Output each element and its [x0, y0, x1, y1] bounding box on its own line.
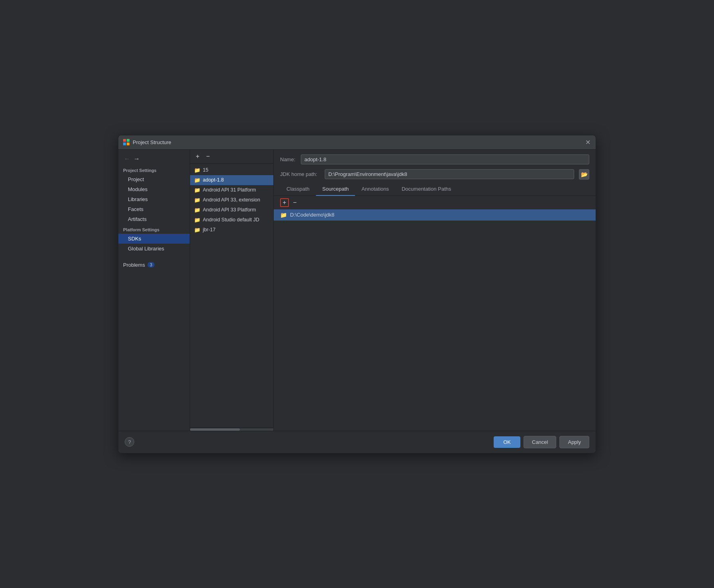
jdk-row: JDK home path: 📂 — [274, 168, 596, 183]
sdk-scrollbar-container — [190, 428, 273, 431]
path-list: 📁 D:\Code\demo\jdk8 — [274, 209, 596, 431]
project-structure-dialog: Project Structure ✕ ← → Project Settings… — [118, 135, 596, 453]
sidebar-item-global-libraries[interactable]: Global Libraries — [118, 244, 190, 254]
jdk-input[interactable] — [325, 169, 574, 179]
title-bar: Project Structure ✕ — [118, 135, 596, 150]
ok-button[interactable]: OK — [494, 436, 520, 448]
problems-badge: 3 — [147, 262, 155, 268]
sidebar-item-artifacts[interactable]: Artifacts — [118, 214, 190, 224]
bottom-bar: ? OK Cancel Apply — [118, 431, 596, 453]
folder-icon: 📁 — [194, 227, 200, 233]
jdk-label: JDK home path: — [280, 171, 320, 177]
help-button[interactable]: ? — [125, 437, 134, 447]
sdk-item-15[interactable]: 📁 15 — [190, 165, 273, 175]
content-panel: Name: JDK home path: 📂 Classpath Sourcep… — [274, 150, 596, 431]
sdk-item-jbr-17[interactable]: 📁 jbr-17 — [190, 225, 273, 235]
sidebar-item-problems[interactable]: Problems 3 — [118, 260, 190, 270]
folder-icon: 📁 — [194, 167, 200, 173]
path-folder-icon: 📁 — [280, 212, 287, 218]
name-label: Name: — [280, 156, 296, 162]
apply-button[interactable]: Apply — [559, 436, 589, 448]
sidebar-item-modules[interactable]: Modules — [118, 184, 190, 194]
content-toolbar: + − — [274, 196, 596, 209]
sdk-item-android-studio-default[interactable]: 📁 Android Studio default JD — [190, 215, 273, 225]
folder-icon: 📁 — [194, 207, 200, 213]
sidebar-item-project[interactable]: Project — [118, 174, 190, 184]
svg-rect-1 — [127, 139, 129, 142]
remove-path-button[interactable]: − — [290, 198, 299, 207]
folder-icon: 📁 — [194, 177, 200, 183]
app-logo-icon — [123, 139, 129, 145]
remove-sdk-button[interactable]: − — [204, 152, 212, 161]
sdk-item-android-api-31[interactable]: 📁 Android API 31 Platform — [190, 185, 273, 195]
sdk-scrollbar-thumb — [190, 428, 240, 431]
sdk-panel: + − 📁 15 📁 adopt-1.8 📁 Android API 31 Pl… — [190, 150, 274, 431]
add-path-button[interactable]: + — [280, 198, 289, 207]
tab-classpath[interactable]: Classpath — [280, 183, 316, 196]
dialog-body: ← → Project Settings Project Modules Lib… — [118, 150, 596, 431]
tabs-bar: Classpath Sourcepath Annotations Documen… — [274, 183, 596, 196]
folder-browse-icon: 📂 — [581, 171, 588, 178]
sidebar: ← → Project Settings Project Modules Lib… — [118, 150, 190, 431]
forward-button[interactable]: → — [133, 154, 141, 163]
name-row: Name: — [274, 150, 596, 168]
folder-icon: 📁 — [194, 187, 200, 193]
sidebar-item-libraries[interactable]: Libraries — [118, 194, 190, 204]
name-input[interactable] — [301, 154, 589, 164]
sdk-toolbar: + − — [190, 150, 273, 164]
dialog-title: Project Structure — [133, 139, 585, 145]
close-button[interactable]: ✕ — [585, 139, 591, 145]
sdk-scrollbar[interactable] — [190, 428, 273, 431]
svg-rect-3 — [127, 143, 129, 145]
svg-rect-0 — [123, 139, 126, 142]
add-sdk-button[interactable]: + — [193, 152, 202, 161]
project-settings-section-title: Project Settings — [118, 165, 190, 174]
tab-annotations[interactable]: Annotations — [355, 183, 395, 196]
tab-sourcepath[interactable]: Sourcepath — [316, 183, 355, 196]
back-button[interactable]: ← — [123, 154, 131, 163]
sdk-item-android-api-33-platform[interactable]: 📁 Android API 33 Platform — [190, 205, 273, 215]
cancel-button[interactable]: Cancel — [524, 436, 556, 448]
sidebar-item-facets[interactable]: Facets — [118, 204, 190, 214]
browse-button[interactable]: 📂 — [579, 169, 589, 180]
sdk-item-adopt-1.8[interactable]: 📁 adopt-1.8 — [190, 175, 273, 185]
path-value: D:\Code\demo\jdk8 — [290, 212, 334, 218]
svg-rect-2 — [123, 143, 126, 145]
tab-documentation-paths[interactable]: Documentation Paths — [395, 183, 457, 196]
sidebar-item-sdks[interactable]: SDKs — [118, 234, 190, 244]
folder-icon: 📁 — [194, 217, 200, 223]
sdk-list: 📁 15 📁 adopt-1.8 📁 Android API 31 Platfo… — [190, 164, 273, 428]
folder-icon: 📁 — [194, 197, 200, 203]
nav-arrows: ← → — [118, 153, 190, 165]
tab-content-sourcepath: + − 📁 D:\Code\demo\jdk8 — [274, 196, 596, 431]
platform-settings-section-title: Platform Settings — [118, 224, 190, 234]
sdk-item-android-api-33-ext[interactable]: 📁 Android API 33, extension — [190, 195, 273, 205]
path-item[interactable]: 📁 D:\Code\demo\jdk8 — [274, 209, 596, 221]
